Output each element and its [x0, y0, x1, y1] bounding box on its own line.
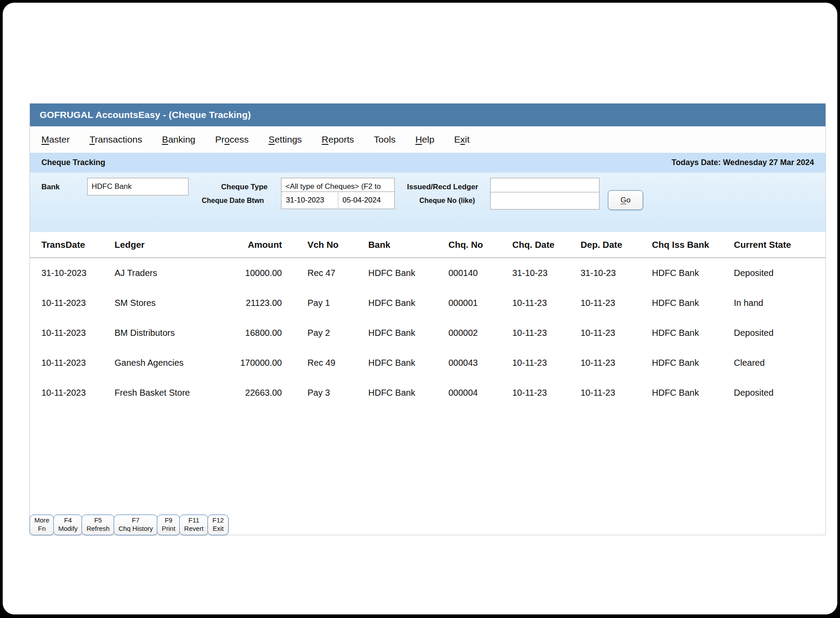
- function-button-label: Revert: [184, 525, 204, 533]
- table-cell: 10-11-23: [512, 328, 581, 338]
- table-cell: Pay 3: [282, 388, 368, 398]
- function-button-key: F9: [165, 516, 173, 525]
- table-cell: BM Distributors: [115, 328, 203, 338]
- table-cell: SM Stores: [115, 298, 203, 308]
- footer-bar: MoreFnF4ModifyF5RefreshF7Chq HistoryF9Pr…: [30, 515, 228, 535]
- cheque-date-btwn-label: Cheque Date Btwn: [202, 197, 264, 205]
- function-button-f5-refresh[interactable]: F5Refresh: [81, 515, 115, 535]
- table-cell: HDFC Bank: [652, 328, 734, 338]
- menu-item-tools[interactable]: Tools: [374, 134, 396, 145]
- function-button-key: F7: [132, 516, 140, 525]
- column-header-ledger: Ledger: [115, 239, 203, 250]
- function-button-label: Refresh: [86, 525, 110, 533]
- menu-item-transactions[interactable]: Transactions: [89, 134, 142, 145]
- table-cell: 10-11-23: [512, 388, 581, 398]
- table-cell: 170000.00: [203, 358, 282, 368]
- table-cell: HDFC Bank: [652, 388, 734, 398]
- issued-recd-ledger-label: Issued/Recd Ledger: [407, 183, 478, 191]
- table-cell: 10-11-2023: [41, 358, 115, 368]
- go-button[interactable]: Go: [608, 190, 643, 210]
- table-cell: 10000.00: [203, 268, 282, 278]
- table-row[interactable]: 31-10-2023AJ Traders10000.00Rec 47HDFC B…: [30, 258, 825, 288]
- function-button-label: Exit: [213, 525, 224, 533]
- function-button-label: Print: [162, 525, 175, 533]
- table-cell: 10-11-23: [581, 298, 652, 308]
- table-row[interactable]: 10-11-2023SM Stores21123.00Pay 1HDFC Ban…: [30, 288, 825, 318]
- function-button-key: F5: [94, 516, 102, 525]
- function-button-key: F11: [189, 516, 200, 525]
- menu-bar: MasterTransactionsBankingProcessSettings…: [30, 126, 825, 153]
- table-cell: 10-11-2023: [41, 328, 115, 338]
- column-header-chq-date: Chq. Date: [512, 239, 581, 250]
- menu-item-help[interactable]: Help: [415, 134, 434, 145]
- table-body: 31-10-2023AJ Traders10000.00Rec 47HDFC B…: [30, 258, 825, 408]
- table-row[interactable]: 10-11-2023BM Distributors16800.00Pay 2HD…: [30, 318, 825, 348]
- table-cell: 10-11-23: [512, 298, 581, 308]
- cheque-no-like-label: Cheque No (like): [419, 197, 475, 205]
- table-cell: 10-11-23: [581, 388, 652, 398]
- menu-item-reports[interactable]: Reports: [322, 134, 354, 145]
- function-button-more-fn[interactable]: MoreFn: [30, 515, 54, 535]
- function-button-f7-chq-history[interactable]: F7Chq History: [114, 515, 158, 535]
- table-cell: 000043: [448, 358, 512, 368]
- column-header-vch-no: Vch No: [282, 239, 368, 250]
- function-button-f11-revert[interactable]: F11Revert: [179, 515, 208, 535]
- desktop-page: GOFRUGAL AccountsEasy - (Cheque Tracking…: [3, 3, 837, 614]
- column-header-transdate: TransDate: [41, 239, 115, 250]
- table-cell: Pay 1: [282, 298, 368, 308]
- table-cell: HDFC Bank: [368, 358, 448, 368]
- column-header-chq-no: Chq. No: [448, 239, 512, 250]
- table-row[interactable]: 10-11-2023Ganesh Agencies170000.00Rec 49…: [30, 348, 825, 378]
- table-cell: 31-10-2023: [41, 268, 115, 278]
- function-button-key: F12: [212, 516, 224, 525]
- table-cell: HDFC Bank: [368, 298, 448, 308]
- table-cell: 22663.00: [203, 388, 282, 398]
- column-header-amount: Amount: [203, 239, 282, 250]
- table-cell: 31-10-23: [512, 268, 581, 278]
- column-header-dep-date: Dep. Date: [581, 239, 652, 250]
- table-cell: Deposited: [734, 328, 818, 338]
- table-cell: HDFC Bank: [368, 268, 448, 278]
- menu-item-banking[interactable]: Banking: [162, 134, 196, 145]
- column-header-current-state: Current State: [734, 239, 818, 250]
- menu-item-exit[interactable]: Exit: [454, 134, 470, 145]
- column-header-chq-iss-bank: Chq Iss Bank: [652, 239, 734, 250]
- table-cell: Deposited: [734, 268, 818, 278]
- table-cell: 10-11-23: [512, 358, 581, 368]
- cheque-date-range: [281, 191, 395, 209]
- column-header-bank: Bank: [368, 239, 448, 250]
- table-cell: 000140: [448, 268, 512, 278]
- menu-item-settings[interactable]: Settings: [268, 134, 302, 145]
- cheque-date-to-input[interactable]: [338, 192, 395, 209]
- function-button-f4-modify[interactable]: F4Modify: [53, 515, 82, 535]
- filter-panel: Bank Cheque Type Issued/Recd Ledger Cheq…: [30, 173, 825, 232]
- table-row[interactable]: 10-11-2023Fresh Basket Store22663.00Pay …: [30, 378, 825, 408]
- table-cell: 31-10-23: [581, 268, 652, 278]
- table-cell: 10-11-23: [581, 328, 652, 338]
- table-cell: Rec 49: [282, 358, 368, 368]
- table-cell: 000004: [448, 388, 512, 398]
- table-cell: 10-11-2023: [41, 298, 115, 308]
- table-cell: HDFC Bank: [368, 328, 448, 338]
- cheque-no-input[interactable]: [490, 192, 599, 210]
- function-button-f9-print[interactable]: F9Print: [157, 515, 180, 535]
- title-bar: GOFRUGAL AccountsEasy - (Cheque Tracking…: [30, 103, 825, 126]
- function-button-key: More: [34, 516, 49, 525]
- table-cell: Deposited: [734, 388, 818, 398]
- bank-label: Bank: [41, 183, 60, 191]
- page-title: Cheque Tracking: [41, 158, 105, 167]
- table-cell: Ganesh Agencies: [115, 358, 203, 368]
- table-cell: Fresh Basket Store: [115, 388, 203, 398]
- todays-date: Todays Date: Wednesday 27 Mar 2024: [672, 158, 814, 167]
- function-button-f12-exit[interactable]: F12Exit: [207, 515, 229, 535]
- table-cell: 16800.00: [203, 328, 282, 338]
- app-window: GOFRUGAL AccountsEasy - (Cheque Tracking…: [30, 103, 826, 535]
- menu-item-master[interactable]: Master: [41, 134, 70, 145]
- table-cell: 10-11-2023: [41, 388, 115, 398]
- table-cell: HDFC Bank: [652, 298, 734, 308]
- bank-input[interactable]: [87, 178, 189, 195]
- menu-item-process[interactable]: Process: [215, 134, 249, 145]
- table-cell: 10-11-23: [581, 358, 652, 368]
- cheque-date-from-input[interactable]: [281, 192, 338, 209]
- table-cell: 000001: [448, 298, 512, 308]
